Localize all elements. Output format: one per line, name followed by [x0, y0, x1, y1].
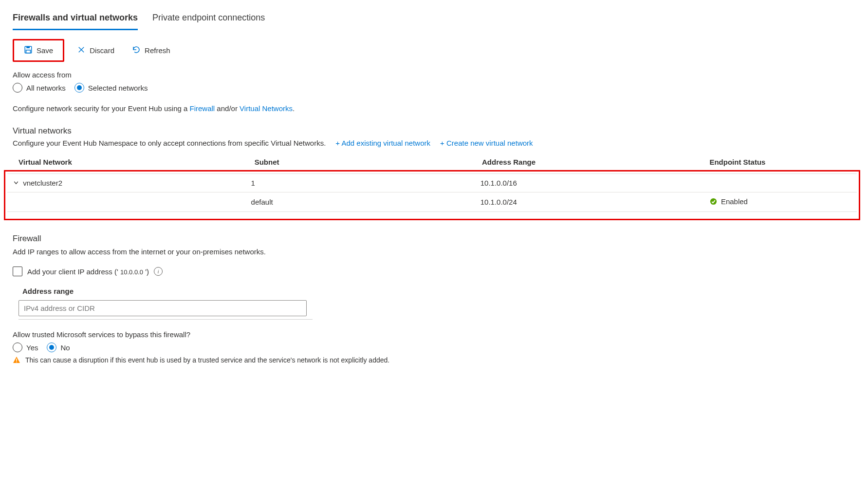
status-enabled-icon	[710, 198, 717, 205]
firewall-subtext: Add IP ranges to allow access from the i…	[13, 248, 855, 256]
radio-trusted-yes-label: Yes	[26, 343, 38, 352]
svg-rect-7	[16, 359, 17, 361]
radio-all-networks[interactable]: All networks	[13, 83, 66, 93]
intro-suffix: .	[293, 104, 295, 113]
save-button[interactable]: Save	[19, 42, 58, 58]
cell-subnet: default	[245, 192, 475, 212]
address-range-label: Address range	[22, 287, 855, 295]
access-from-label: Allow access from	[13, 71, 855, 79]
intro-prefix: Configure network security for your Even…	[13, 104, 190, 113]
svg-point-5	[710, 198, 717, 205]
col-vnet: Virtual Network	[13, 154, 249, 170]
trusted-warning-text: This can cause a disruption if this even…	[25, 356, 389, 364]
cell-subnet: 1	[245, 174, 475, 192]
radio-trusted-no-label: No	[60, 343, 70, 352]
add-client-ip-suffix: ')	[143, 267, 149, 276]
vnets-table: Virtual Network Subnet Address Range End…	[13, 154, 855, 170]
radio-all-networks-label: All networks	[26, 84, 66, 92]
intro-andor: and/or	[215, 104, 240, 113]
add-client-ip-checkbox[interactable]: Add your client IP address (' 10.0.0.0 '…	[13, 267, 163, 276]
vnets-subtext: Configure your Event Hub Namespace to on…	[13, 139, 326, 147]
discard-label: Discard	[90, 46, 114, 55]
toolbar: Save Discard Refresh	[13, 39, 855, 62]
discard-button[interactable]: Discard	[72, 42, 119, 58]
vnets-heading: Virtual networks	[13, 126, 855, 136]
svg-rect-1	[26, 46, 30, 48]
firewall-heading: Firewall	[13, 234, 855, 244]
svg-rect-8	[16, 362, 17, 362]
link-firewall[interactable]: Firewall	[190, 104, 215, 113]
cell-range: 10.1.0.0/24	[475, 192, 704, 212]
cell-vnet: vnetcluster2	[23, 179, 62, 187]
save-icon	[24, 45, 33, 56]
refresh-button[interactable]: Refresh	[127, 42, 175, 58]
radio-selected-networks[interactable]: Selected networks	[74, 83, 148, 93]
cell-range: 10.1.0.0/16	[475, 174, 704, 192]
intro-text: Configure network security for your Even…	[13, 104, 855, 113]
info-icon[interactable]: i	[154, 267, 163, 276]
warning-icon	[13, 356, 20, 364]
vnets-table-highlight: vnetcluster2 1 10.1.0.0/16 default 10.1.…	[4, 170, 860, 220]
col-subnet: Subnet	[249, 154, 476, 170]
trusted-question: Allow trusted Microsoft services to bypa…	[13, 330, 855, 339]
col-status: Endpoint Status	[703, 154, 855, 170]
save-label: Save	[37, 46, 53, 55]
svg-rect-2	[26, 50, 31, 53]
refresh-icon	[132, 45, 141, 56]
add-existing-vnet-link[interactable]: + Add existing virtual network	[335, 139, 430, 147]
create-new-vnet-link[interactable]: + Create new virtual network	[440, 139, 533, 147]
radio-trusted-yes[interactable]: Yes	[13, 343, 38, 352]
table-row[interactable]: default 10.1.0.0/24 Enabled	[7, 192, 857, 212]
cell-status: Enabled	[721, 197, 748, 206]
checkbox-icon	[13, 267, 22, 276]
client-ip-value: 10.0.0.0	[120, 268, 143, 276]
radio-selected-networks-label: Selected networks	[88, 84, 148, 92]
tab-private-endpoints[interactable]: Private endpoint connections	[152, 9, 265, 30]
cell-status	[704, 174, 857, 192]
chevron-down-icon[interactable]	[13, 179, 20, 187]
tab-bar: Firewalls and virtual networks Private e…	[13, 9, 855, 30]
col-range: Address Range	[476, 154, 703, 170]
add-client-ip-prefix: Add your client IP address ('	[27, 267, 120, 276]
radio-trusted-no[interactable]: No	[47, 343, 70, 352]
access-radio-group: All networks Selected networks	[13, 83, 855, 93]
trusted-warning: This can cause a disruption if this even…	[13, 356, 855, 364]
link-virtual-networks[interactable]: Virtual Networks	[240, 104, 293, 113]
close-icon	[77, 45, 86, 56]
tab-firewalls[interactable]: Firewalls and virtual networks	[13, 9, 138, 30]
cell-vnet	[7, 192, 245, 212]
table-row[interactable]: vnetcluster2 1 10.1.0.0/16	[7, 174, 857, 192]
refresh-label: Refresh	[145, 46, 170, 55]
address-range-input[interactable]	[18, 300, 307, 316]
